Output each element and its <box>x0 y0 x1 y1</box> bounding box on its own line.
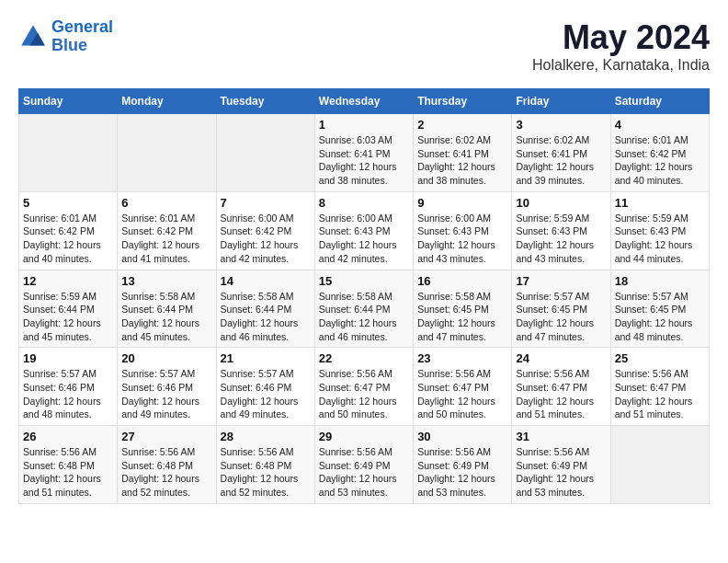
day-number: 19 <box>23 351 113 365</box>
day-info: Sunrise: 5:59 AM Sunset: 6:43 PM Dayligh… <box>516 212 606 266</box>
logo-text: General Blue <box>51 18 113 55</box>
day-info: Sunrise: 5:57 AM Sunset: 6:45 PM Dayligh… <box>516 290 606 344</box>
day-info: Sunrise: 5:56 AM Sunset: 6:48 PM Dayligh… <box>121 445 211 500</box>
day-number: 29 <box>319 430 409 443</box>
day-number: 20 <box>121 351 211 365</box>
day-info: Sunrise: 5:59 AM Sunset: 6:43 PM Dayligh… <box>615 212 705 266</box>
day-number: 5 <box>23 196 113 210</box>
calendar-row: 1Sunrise: 6:03 AM Sunset: 6:41 PM Daylig… <box>19 114 710 192</box>
day-number: 22 <box>319 351 409 365</box>
day-number: 24 <box>516 351 606 365</box>
calendar-row: 5Sunrise: 6:01 AM Sunset: 6:42 PM Daylig… <box>19 191 710 270</box>
day-info: Sunrise: 6:01 AM Sunset: 6:42 PM Dayligh… <box>121 212 211 266</box>
day-number: 7 <box>221 196 311 210</box>
calendar-table: SundayMondayTuesdayWednesdayThursdayFrid… <box>18 88 710 504</box>
day-info: Sunrise: 5:56 AM Sunset: 6:47 PM Dayligh… <box>615 367 705 421</box>
day-info: Sunrise: 6:02 AM Sunset: 6:41 PM Dayligh… <box>516 133 606 188</box>
day-number: 10 <box>516 196 606 210</box>
calendar-row: 26Sunrise: 5:56 AM Sunset: 6:48 PM Dayli… <box>19 426 710 504</box>
day-number: 4 <box>615 118 705 132</box>
calendar-row: 12Sunrise: 5:59 AM Sunset: 6:44 PM Dayli… <box>19 270 710 348</box>
calendar-cell: 3Sunrise: 6:02 AM Sunset: 6:41 PM Daylig… <box>512 114 610 192</box>
calendar-cell: 30Sunrise: 5:56 AM Sunset: 6:49 PM Dayli… <box>414 426 512 504</box>
day-number: 14 <box>221 274 311 288</box>
day-info: Sunrise: 5:57 AM Sunset: 6:46 PM Dayligh… <box>221 367 311 421</box>
day-info: Sunrise: 6:01 AM Sunset: 6:42 PM Dayligh… <box>23 212 113 266</box>
header-day: Sunday <box>19 89 118 114</box>
calendar-cell: 28Sunrise: 5:56 AM Sunset: 6:48 PM Dayli… <box>216 426 314 504</box>
day-number: 30 <box>417 430 507 443</box>
header-day: Thursday <box>414 89 512 114</box>
calendar-cell: 31Sunrise: 5:56 AM Sunset: 6:49 PM Dayli… <box>512 426 610 504</box>
day-number: 15 <box>319 274 409 288</box>
day-info: Sunrise: 5:56 AM Sunset: 6:47 PM Dayligh… <box>417 367 507 421</box>
day-number: 2 <box>417 118 507 132</box>
calendar-cell: 11Sunrise: 5:59 AM Sunset: 6:43 PM Dayli… <box>610 191 709 270</box>
calendar-cell: 9Sunrise: 6:00 AM Sunset: 6:43 PM Daylig… <box>414 191 512 270</box>
day-number: 1 <box>319 118 409 132</box>
day-info: Sunrise: 5:56 AM Sunset: 6:49 PM Dayligh… <box>417 445 507 500</box>
day-info: Sunrise: 5:58 AM Sunset: 6:45 PM Dayligh… <box>417 290 507 344</box>
calendar-cell: 26Sunrise: 5:56 AM Sunset: 6:48 PM Dayli… <box>19 426 118 504</box>
subtitle: Holalkere, Karnataka, India <box>532 57 710 74</box>
day-number: 28 <box>221 430 311 443</box>
header-day: Tuesday <box>216 89 314 114</box>
calendar-cell <box>118 114 216 192</box>
calendar-cell: 23Sunrise: 5:56 AM Sunset: 6:47 PM Dayli… <box>414 348 512 426</box>
calendar-cell: 8Sunrise: 6:00 AM Sunset: 6:43 PM Daylig… <box>314 191 413 270</box>
day-number: 16 <box>417 274 507 288</box>
day-info: Sunrise: 5:58 AM Sunset: 6:44 PM Dayligh… <box>221 290 311 344</box>
calendar-row: 19Sunrise: 5:57 AM Sunset: 6:46 PM Dayli… <box>19 348 710 426</box>
day-number: 17 <box>516 274 606 288</box>
calendar-cell: 27Sunrise: 5:56 AM Sunset: 6:48 PM Dayli… <box>118 426 216 504</box>
day-info: Sunrise: 5:58 AM Sunset: 6:44 PM Dayligh… <box>319 290 409 344</box>
calendar-cell: 16Sunrise: 5:58 AM Sunset: 6:45 PM Dayli… <box>414 270 512 348</box>
day-info: Sunrise: 5:56 AM Sunset: 6:48 PM Dayligh… <box>23 445 113 500</box>
day-info: Sunrise: 5:56 AM Sunset: 6:49 PM Dayligh… <box>319 445 409 500</box>
day-info: Sunrise: 5:56 AM Sunset: 6:49 PM Dayligh… <box>516 445 606 500</box>
calendar-cell: 25Sunrise: 5:56 AM Sunset: 6:47 PM Dayli… <box>610 348 709 426</box>
calendar-cell: 24Sunrise: 5:56 AM Sunset: 6:47 PM Dayli… <box>512 348 610 426</box>
day-number: 18 <box>615 274 705 288</box>
calendar-cell <box>19 114 118 192</box>
calendar-cell: 6Sunrise: 6:01 AM Sunset: 6:42 PM Daylig… <box>118 191 216 270</box>
day-number: 23 <box>417 351 507 365</box>
header-row: SundayMondayTuesdayWednesdayThursdayFrid… <box>19 89 710 114</box>
day-info: Sunrise: 5:56 AM Sunset: 6:48 PM Dayligh… <box>221 445 311 500</box>
title-block: May 2024 Holalkere, Karnataka, India <box>532 18 710 74</box>
calendar-cell: 5Sunrise: 6:01 AM Sunset: 6:42 PM Daylig… <box>19 191 118 270</box>
calendar-cell <box>610 426 709 504</box>
day-number: 13 <box>121 274 211 288</box>
day-info: Sunrise: 5:57 AM Sunset: 6:45 PM Dayligh… <box>615 290 705 344</box>
day-info: Sunrise: 6:02 AM Sunset: 6:41 PM Dayligh… <box>417 133 507 188</box>
day-info: Sunrise: 6:00 AM Sunset: 6:43 PM Dayligh… <box>319 212 409 266</box>
day-number: 3 <box>516 118 606 132</box>
logo: General Blue <box>18 18 113 55</box>
calendar-cell: 22Sunrise: 5:56 AM Sunset: 6:47 PM Dayli… <box>314 348 413 426</box>
day-number: 26 <box>23 430 113 443</box>
calendar-cell: 29Sunrise: 5:56 AM Sunset: 6:49 PM Dayli… <box>314 426 413 504</box>
day-info: Sunrise: 5:59 AM Sunset: 6:44 PM Dayligh… <box>23 290 113 344</box>
day-info: Sunrise: 5:58 AM Sunset: 6:44 PM Dayligh… <box>121 290 211 344</box>
calendar-cell: 21Sunrise: 5:57 AM Sunset: 6:46 PM Dayli… <box>216 348 314 426</box>
calendar-cell: 4Sunrise: 6:01 AM Sunset: 6:42 PM Daylig… <box>610 114 709 192</box>
header-day: Friday <box>512 89 610 114</box>
day-number: 31 <box>516 430 606 443</box>
calendar-cell: 17Sunrise: 5:57 AM Sunset: 6:45 PM Dayli… <box>512 270 610 348</box>
calendar-cell <box>216 114 314 192</box>
day-info: Sunrise: 6:00 AM Sunset: 6:42 PM Dayligh… <box>221 212 311 266</box>
calendar-cell: 18Sunrise: 5:57 AM Sunset: 6:45 PM Dayli… <box>610 270 709 348</box>
day-info: Sunrise: 6:00 AM Sunset: 6:43 PM Dayligh… <box>417 212 507 266</box>
calendar-cell: 7Sunrise: 6:00 AM Sunset: 6:42 PM Daylig… <box>216 191 314 270</box>
calendar-cell: 15Sunrise: 5:58 AM Sunset: 6:44 PM Dayli… <box>314 270 413 348</box>
day-number: 25 <box>615 351 705 365</box>
calendar-cell: 14Sunrise: 5:58 AM Sunset: 6:44 PM Dayli… <box>216 270 314 348</box>
calendar-cell: 19Sunrise: 5:57 AM Sunset: 6:46 PM Dayli… <box>19 348 118 426</box>
calendar-cell: 1Sunrise: 6:03 AM Sunset: 6:41 PM Daylig… <box>314 114 413 192</box>
day-number: 9 <box>417 196 507 210</box>
page-header: General Blue May 2024 Holalkere, Karnata… <box>18 18 710 74</box>
day-info: Sunrise: 5:56 AM Sunset: 6:47 PM Dayligh… <box>516 367 606 421</box>
day-number: 12 <box>23 274 113 288</box>
day-number: 27 <box>121 430 211 443</box>
calendar-cell: 2Sunrise: 6:02 AM Sunset: 6:41 PM Daylig… <box>414 114 512 192</box>
